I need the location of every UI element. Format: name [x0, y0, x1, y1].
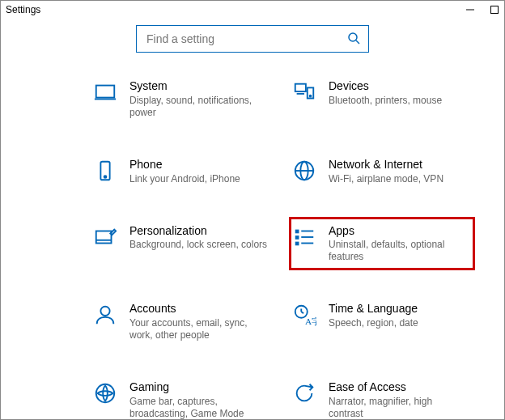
tile-desc: Background, lock screen, colors — [129, 239, 267, 251]
personalization-icon — [92, 224, 118, 250]
tile-label: System — [129, 79, 269, 93]
svg-rect-4 — [96, 86, 115, 98]
svg-point-23 — [100, 307, 109, 316]
tile-label: Gaming — [129, 380, 269, 394]
network-icon — [291, 158, 317, 184]
window-title: Settings — [6, 4, 40, 15]
tile-label: Apps — [329, 224, 468, 238]
tile-desc: Link your Android, iPhone — [129, 173, 240, 185]
tile-desc: Narrator, magnifier, high contrast — [329, 396, 468, 420]
tile-label: Ease of Access — [329, 380, 468, 394]
window-controls — [465, 5, 499, 15]
settings-grid: System Display, sound, notifications, po… — [1, 72, 504, 420]
svg-text:A字: A字 — [305, 317, 316, 327]
svg-rect-17 — [295, 229, 299, 233]
svg-point-2 — [349, 33, 357, 41]
svg-rect-18 — [295, 235, 299, 240]
svg-line-3 — [356, 40, 359, 44]
search-wrap — [1, 25, 504, 53]
time-language-icon: A字 — [291, 302, 317, 328]
accounts-icon — [92, 302, 118, 328]
tile-ease-of-access[interactable]: Ease of Access Narrator, magnifier, high… — [289, 373, 475, 420]
tile-desc: Uninstall, defaults, optional features — [329, 239, 468, 263]
titlebar: Settings — [1, 1, 504, 19]
ease-of-access-icon — [291, 380, 317, 406]
minimize-button[interactable] — [465, 5, 475, 15]
svg-point-9 — [310, 95, 312, 97]
apps-icon — [291, 224, 317, 250]
tile-gaming[interactable]: Gaming Game bar, captures, broadcasting,… — [90, 373, 276, 420]
svg-rect-1 — [491, 6, 499, 14]
tile-label: Phone — [129, 158, 240, 172]
svg-rect-19 — [295, 241, 299, 245]
phone-icon — [92, 158, 118, 184]
tile-devices[interactable]: Devices Bluetooth, printers, mouse — [289, 72, 475, 126]
tile-accounts[interactable]: Accounts Your accounts, email, sync, wor… — [90, 295, 276, 349]
tile-phone[interactable]: Phone Link your Android, iPhone — [90, 151, 276, 193]
svg-line-26 — [301, 312, 303, 314]
svg-rect-15 — [96, 231, 112, 243]
tile-label: Personalization — [129, 224, 267, 238]
tile-label: Accounts — [129, 302, 269, 316]
tile-time-language[interactable]: A字 Time & Language Speech, region, date — [289, 295, 475, 349]
tile-desc: Wi-Fi, airplane mode, VPN — [329, 173, 443, 185]
tile-desc: Display, sound, notifications, power — [129, 95, 269, 119]
maximize-button[interactable] — [490, 5, 499, 15]
devices-icon — [291, 79, 317, 105]
gaming-icon — [92, 380, 118, 406]
search-icon — [347, 32, 360, 47]
tile-personalization[interactable]: Personalization Background, lock screen,… — [90, 217, 276, 271]
svg-point-28 — [96, 384, 115, 403]
tile-desc: Bluetooth, printers, mouse — [329, 95, 442, 107]
system-icon — [92, 79, 118, 105]
tile-system[interactable]: System Display, sound, notifications, po… — [90, 72, 276, 126]
svg-rect-6 — [295, 84, 306, 91]
tile-label: Time & Language — [329, 302, 418, 316]
tile-network[interactable]: Network & Internet Wi-Fi, airplane mode,… — [289, 151, 475, 193]
tile-desc: Game bar, captures, broadcasting, Game M… — [129, 396, 269, 420]
tile-label: Devices — [329, 79, 442, 93]
tile-apps[interactable]: Apps Uninstall, defaults, optional featu… — [289, 217, 475, 271]
search-input[interactable] — [145, 32, 347, 46]
tile-desc: Speech, region, date — [329, 317, 418, 329]
tile-label: Network & Internet — [329, 158, 443, 172]
search-box[interactable] — [136, 25, 369, 53]
svg-point-11 — [104, 176, 107, 178]
tile-desc: Your accounts, email, sync, work, other … — [129, 317, 269, 342]
